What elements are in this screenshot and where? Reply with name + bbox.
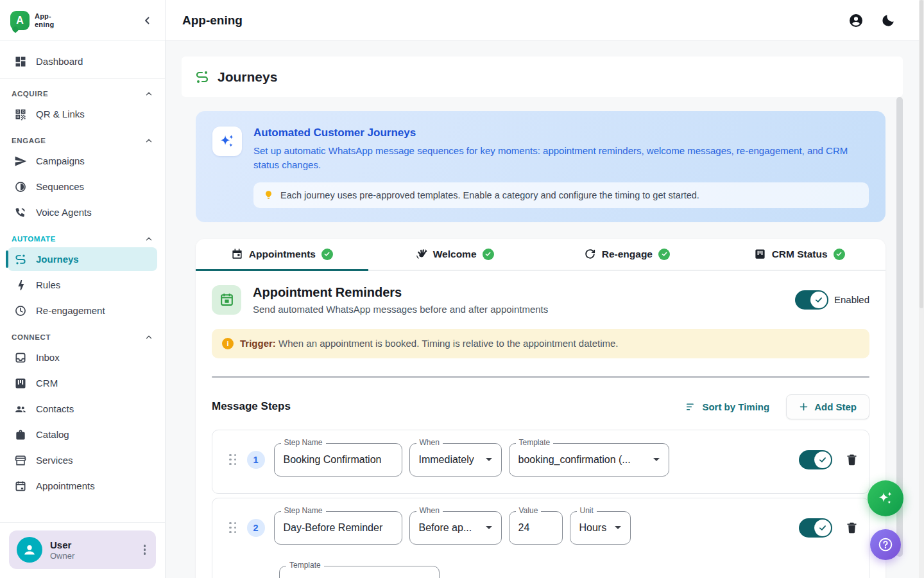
page-title-card: Journeys xyxy=(182,57,903,97)
sidebar-item-rules[interactable]: Rules xyxy=(8,273,157,297)
chevron-down-icon xyxy=(615,526,621,529)
moon-icon[interactable] xyxy=(880,13,896,28)
main-area: App-ening Journeys Automated Customer Jo… xyxy=(166,0,924,578)
step-name-input[interactable] xyxy=(284,522,393,534)
sidebar-item-sequences[interactable]: Sequences xyxy=(8,175,157,198)
sidebar-item-contacts[interactable]: Contacts xyxy=(8,397,157,421)
sidebar-item-journeys[interactable]: Journeys xyxy=(8,247,157,271)
sidebar-item-label: Sequences xyxy=(36,181,84,192)
check-badge-icon xyxy=(483,249,494,260)
template-select[interactable]: Template appointment_reminder (... xyxy=(279,566,440,578)
route-icon xyxy=(14,253,27,266)
sidebar-nav: Dashboard ACQUIRE QR & Links ENGAGE Camp… xyxy=(0,41,165,522)
sidebar-item-voice-agents[interactable]: Voice Agents xyxy=(8,200,157,224)
sidebar-item-label: Re-engagement xyxy=(36,305,105,316)
page-title: Journeys xyxy=(218,69,277,85)
trigger-label: Trigger: xyxy=(240,338,276,349)
app-logo-icon: A xyxy=(10,11,30,30)
journeys-info-banner: Automated Customer Journeys Set up autom… xyxy=(196,111,886,222)
unit-select[interactable]: Unit Hours xyxy=(570,511,631,545)
sparkles-icon xyxy=(218,132,236,150)
sidebar-section-connect[interactable]: CONNECT xyxy=(12,333,153,342)
sidebar-item-inbox[interactable]: Inbox xyxy=(8,346,157,369)
category-subtitle: Send automated WhatsApp messages before … xyxy=(253,304,548,315)
sidebar-item-label: QR & Links xyxy=(36,109,85,119)
category-title: Appointment Reminders xyxy=(253,285,548,300)
category-enabled-toggle[interactable] xyxy=(795,290,828,310)
panel-divider xyxy=(212,376,869,378)
step-name-field[interactable]: Step Name xyxy=(274,443,402,477)
kanban-icon xyxy=(14,377,27,390)
category-icon-box xyxy=(212,285,241,315)
sort-by-timing-button[interactable]: Sort by Timing xyxy=(685,401,769,412)
tab-crm-status[interactable]: CRM Status xyxy=(713,239,886,270)
chevron-down-icon xyxy=(486,526,492,529)
step-enabled-toggle[interactable] xyxy=(799,518,832,538)
template-select[interactable]: Template booking_confirmation (... xyxy=(509,443,669,477)
user-card[interactable]: User Owner xyxy=(9,530,156,569)
window-scrollbar[interactable] xyxy=(919,0,924,578)
app-logo-text: App-ening xyxy=(35,12,54,28)
delete-step-button[interactable] xyxy=(845,521,859,534)
tabs-row: Appointments Welcome Re-engage xyxy=(196,239,886,271)
tab-appointments[interactable]: Appointments xyxy=(196,239,368,270)
chevron-up-icon xyxy=(144,136,153,145)
value-field[interactable]: Value xyxy=(509,511,563,545)
sidebar-divider xyxy=(0,78,165,79)
send-icon xyxy=(14,155,27,168)
person-icon xyxy=(21,541,38,558)
avatar xyxy=(17,537,42,563)
sidebar-item-crm[interactable]: CRM xyxy=(8,371,157,395)
sidebar-item-label: Voice Agents xyxy=(36,207,92,218)
sidebar-item-appointments[interactable]: Appointments xyxy=(8,474,157,498)
chevron-up-icon xyxy=(144,234,153,243)
voice-icon xyxy=(14,206,27,219)
sidebar-section-automate[interactable]: AUTOMATE xyxy=(12,234,153,243)
check-icon xyxy=(818,455,827,464)
wave-hand-icon xyxy=(415,248,427,260)
bag-icon xyxy=(14,428,27,441)
sidebar-item-services[interactable]: Services xyxy=(8,448,157,472)
step-row-1: 1 Step Name When Immediately xyxy=(212,430,869,494)
add-step-button[interactable]: Add Step xyxy=(786,394,869,419)
content: Journeys Automated Customer Journeys Set… xyxy=(166,41,924,578)
trigger-banner: i Trigger: When an appointment is booked… xyxy=(212,329,869,358)
sidebar-item-campaigns[interactable]: Campaigns xyxy=(8,149,157,173)
value-input[interactable] xyxy=(518,522,553,534)
step-name-field[interactable]: Step Name xyxy=(274,511,402,545)
drag-handle[interactable] xyxy=(228,453,238,467)
trash-icon xyxy=(845,453,859,466)
drag-handle[interactable] xyxy=(228,521,238,535)
step-name-input[interactable] xyxy=(284,454,393,466)
sidebar-item-catalog[interactable]: Catalog xyxy=(8,423,157,446)
when-select[interactable]: When Before ap... xyxy=(409,511,502,545)
check-icon xyxy=(814,295,823,304)
sidebar-collapse-button[interactable] xyxy=(142,15,153,26)
delete-step-button[interactable] xyxy=(845,453,859,466)
when-select[interactable]: When Immediately xyxy=(409,443,502,477)
chevron-down-icon xyxy=(653,458,660,461)
help-fab[interactable] xyxy=(870,529,901,560)
calendar-icon xyxy=(231,248,243,260)
route-icon xyxy=(194,69,210,85)
bulb-icon xyxy=(264,190,273,200)
account-icon[interactable] xyxy=(848,13,864,28)
sidebar-section-acquire[interactable]: ACQUIRE xyxy=(12,89,153,98)
sidebar-item-label: Catalog xyxy=(36,429,69,440)
enabled-label: Enabled xyxy=(834,294,869,305)
app-logo: A App-ening xyxy=(10,11,54,30)
sidebar-item-label: Rules xyxy=(36,279,60,290)
sidebar-section-engage[interactable]: ENGAGE xyxy=(12,136,153,145)
sidebar-item-re-engagement[interactable]: Re-engagement xyxy=(8,299,157,322)
inbox-icon xyxy=(14,351,27,364)
clock-icon xyxy=(14,304,27,317)
tab-re-engage[interactable]: Re-engage xyxy=(541,239,714,270)
sidebar-header: A App-ening xyxy=(0,0,165,41)
sidebar-item-qr-links[interactable]: QR & Links xyxy=(8,102,157,126)
step-enabled-toggle[interactable] xyxy=(799,450,832,469)
ai-assistant-fab[interactable] xyxy=(868,480,903,516)
plus-icon xyxy=(799,402,809,412)
user-menu-button[interactable] xyxy=(141,542,149,557)
sidebar-item-dashboard[interactable]: Dashboard xyxy=(8,49,157,73)
tab-welcome[interactable]: Welcome xyxy=(368,239,541,270)
